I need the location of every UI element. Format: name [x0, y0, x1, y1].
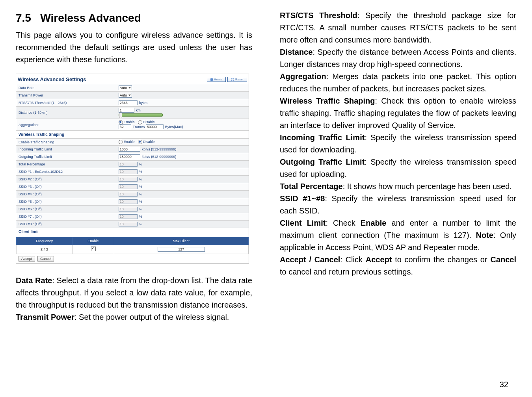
- chevron-down-icon: [128, 95, 131, 96]
- distance-label: Distance (1-30km): [16, 107, 116, 119]
- tp-term: Total Percentage: [280, 182, 343, 191]
- section-title-text: Wireless Advanced: [40, 12, 141, 24]
- chevron-down-icon: [128, 87, 131, 89]
- ssid1-input[interactable]: 10: [119, 169, 138, 174]
- ssid5-input[interactable]: 10: [119, 199, 138, 204]
- max-client-input[interactable]: 127: [158, 247, 205, 252]
- ssid6-label: SSID #6 : (Off): [16, 206, 116, 213]
- traffic-enable-radio[interactable]: [119, 140, 123, 144]
- panel-title: Wireless Advanced Settings: [18, 76, 86, 82]
- ssid8-label: SSID #8 : (Off): [16, 221, 116, 228]
- ssid4-input[interactable]: 10: [119, 192, 138, 197]
- aggregation-label: Aggregation:: [16, 119, 116, 131]
- traffic-section-header: Wireless Traffic Shaping: [16, 130, 249, 138]
- aggregation-disable-radio[interactable]: [138, 120, 142, 124]
- tx-power-label: Transmit Power: [16, 92, 116, 99]
- enable-traffic-label: Enable Traffic Shaping: [16, 139, 116, 146]
- agg-bytes-input[interactable]: 50000: [146, 124, 164, 129]
- distance-input[interactable]: 1: [119, 108, 134, 113]
- otl-term: Outgoing Traffic Limit: [280, 158, 365, 166]
- data-rate-term: Data Rate: [16, 276, 52, 285]
- itl-term: Incoming Traffic Limit: [280, 133, 365, 142]
- home-button[interactable]: Home: [207, 77, 226, 82]
- intro-paragraph: This page allows you to configure wirele…: [16, 29, 252, 66]
- distance-slider[interactable]: [119, 113, 163, 117]
- ssid1-label: SSID #1 : EnGenius102D12: [16, 168, 116, 176]
- agg-frames-input[interactable]: 32: [119, 124, 131, 129]
- client-freq-cell: 2.4G: [17, 245, 73, 254]
- data-rate-select[interactable]: Auto: [119, 85, 132, 90]
- ssid-term: SSID #1~#8: [280, 194, 325, 203]
- ssid4-label: SSID #4 : (Off): [16, 191, 116, 198]
- reset-button[interactable]: Reset: [227, 77, 247, 82]
- settings-screenshot: Wireless Advanced Settings Home Reset Da…: [16, 74, 249, 263]
- rts-label: RTS/CTS Threshold (1 - 2346): [16, 99, 116, 107]
- data-rate-label: Data Rate: [16, 84, 116, 92]
- ssid7-input[interactable]: 10: [119, 214, 138, 219]
- ssid3-input[interactable]: 10: [119, 184, 138, 189]
- description-block-right: RTS/CTS Threshold: Specify the threshold…: [280, 9, 516, 278]
- tx-power-select[interactable]: Auto: [119, 93, 132, 98]
- ssid2-label: SSID #2 : (Off): [16, 176, 116, 183]
- description-block-left: Data Rate: Select a data rate from the d…: [16, 275, 252, 323]
- wts-term: Wireless Traffic Shaping: [280, 96, 375, 105]
- client-limit-term: Client Limit: [280, 219, 326, 227]
- cancel-button[interactable]: Cancel: [37, 256, 54, 262]
- accept-button[interactable]: Accept: [19, 256, 35, 262]
- client-enable-checkbox[interactable]: [91, 247, 96, 251]
- distance-term: Distance: [280, 48, 313, 56]
- right-column: RTS/CTS Threshold: Specify the threshold…: [280, 12, 516, 323]
- rts-input[interactable]: 2346: [119, 100, 138, 105]
- client-section-header: Client limit: [16, 228, 249, 236]
- incoming-label: Incoming Traffic Limit: [16, 146, 116, 153]
- page-number: 32: [500, 380, 508, 389]
- ssid6-input[interactable]: 10: [119, 207, 138, 211]
- ssid3-label: SSID #3 : (Off): [16, 183, 116, 191]
- ssid7-label: SSID #7 : (Off): [16, 213, 116, 221]
- total-pct-input[interactable]: 10: [119, 162, 138, 167]
- client-header-enable: Enable: [73, 237, 114, 245]
- outgoing-input[interactable]: 180000: [119, 154, 140, 159]
- outgoing-label: Outgoing Traffic Limit: [16, 153, 116, 161]
- rts-term: RTS/CTS Threshold: [280, 11, 357, 20]
- ssid8-input[interactable]: 10: [119, 222, 138, 226]
- ssid5-label: SSID #5 : (Off): [16, 198, 116, 206]
- tx-power-term: Transmit Power: [16, 313, 74, 321]
- incoming-input[interactable]: 1000: [119, 147, 140, 152]
- section-number: 7.5: [16, 12, 31, 24]
- ssid2-input[interactable]: 10: [119, 177, 138, 182]
- client-header-max: Max Client: [114, 237, 248, 245]
- aggregation-enable-radio[interactable]: [119, 120, 123, 124]
- section-heading: 7.5 Wireless Advanced: [16, 12, 252, 24]
- traffic-disable-radio[interactable]: [138, 140, 142, 144]
- client-header-freq: Frequency: [17, 237, 73, 245]
- left-column: 7.5 Wireless Advanced This page allows y…: [16, 12, 252, 323]
- aggregation-term: Aggregation: [280, 72, 326, 81]
- total-pct-label: Total Percentage: [16, 161, 116, 168]
- accept-cancel-term: Accept / Cancel: [280, 255, 340, 264]
